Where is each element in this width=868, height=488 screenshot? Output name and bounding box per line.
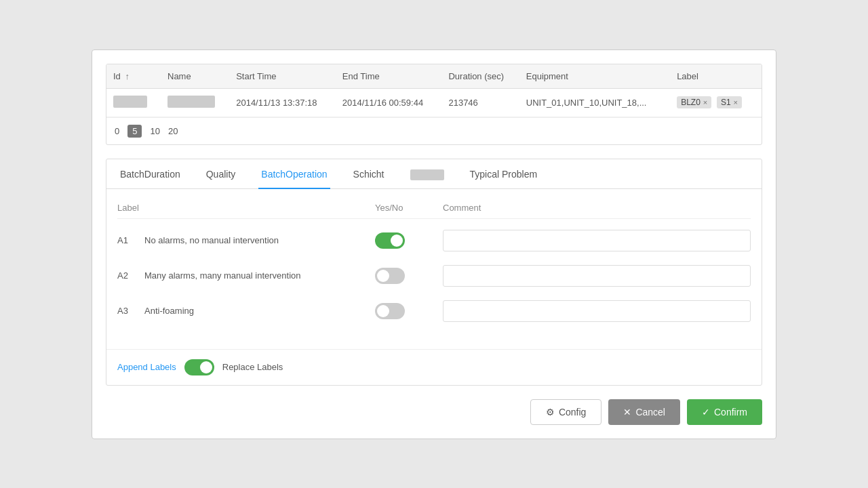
tab-quality[interactable]: Quality — [203, 159, 239, 189]
content-row-a2: A2 Many alarms, many manual intervention — [117, 265, 751, 287]
cell-end-time: 2014/11/16 00:59:44 — [336, 88, 442, 117]
row-a1-toggle[interactable] — [375, 232, 443, 249]
col-header-label[interactable]: Label — [670, 64, 762, 89]
page-option-10[interactable]: 10 — [150, 126, 159, 136]
header-label: Label — [117, 203, 375, 213]
cell-id — [106, 88, 161, 117]
row-a2-name: Many alarms, many manual intervention — [144, 270, 375, 281]
confirm-icon: ✓ — [702, 407, 710, 418]
toggle-a3-slider — [375, 303, 405, 319]
cell-duration: 213746 — [441, 88, 519, 117]
label-tag-s1: S1 × — [717, 96, 742, 108]
content-row-a3: A3 Anti-foaming — [117, 300, 751, 322]
row-a3-comment[interactable] — [443, 300, 751, 322]
append-labels-label: Append Labels — [117, 362, 176, 372]
tab-schicht[interactable]: Schicht — [351, 159, 387, 189]
sort-arrow-icon[interactable]: ↑ — [125, 71, 130, 81]
cell-equipment: UNIT_01,UNIT_10,UNIT_18,... — [519, 88, 670, 117]
toggle-a2-slider — [375, 268, 405, 284]
comment-a1-input[interactable] — [443, 230, 751, 251]
tab-blurred-icon — [410, 169, 444, 180]
row-a1-name: No alarms, no manual intervention — [144, 235, 375, 245]
content-row-a1: A1 No alarms, no manual intervention — [117, 230, 751, 251]
row-a3-toggle[interactable] — [375, 303, 443, 319]
table-section: Id ↑ Name Start Time End Time Duration (… — [106, 64, 762, 145]
col-equipment-label: Equipment — [526, 71, 568, 81]
append-toggle[interactable] — [184, 359, 214, 375]
config-icon: ⚙ — [546, 407, 555, 418]
page-option-0[interactable]: 0 — [115, 126, 119, 136]
toggle-a3[interactable] — [375, 303, 405, 319]
col-header-end-time[interactable]: End Time — [336, 64, 442, 89]
page-option-5[interactable]: 5 — [127, 125, 142, 138]
col-name-label: Name — [167, 71, 191, 81]
id-blurred — [113, 96, 147, 108]
row-a2-id: A2 — [117, 270, 144, 281]
data-table: Id ↑ Name Start Time End Time Duration (… — [106, 64, 762, 117]
tab-blurred[interactable] — [408, 159, 447, 189]
label-tag-s1-text: S1 — [721, 98, 731, 107]
remove-blz0-button[interactable]: × — [703, 98, 707, 106]
tab-batchduration[interactable]: BatchDuration — [117, 159, 183, 189]
toggle-a2[interactable] — [375, 268, 405, 284]
tab-batchoperation[interactable]: BatchOperation — [258, 159, 330, 189]
comment-a3-input[interactable] — [443, 300, 751, 322]
label-tag-blz0-text: BLZ0 — [681, 98, 701, 107]
header-yesno: Yes/No — [375, 203, 443, 213]
confirm-label: Confirm — [714, 407, 747, 418]
remove-s1-button[interactable]: × — [734, 98, 738, 106]
col-header-start-time[interactable]: Start Time — [229, 64, 336, 89]
col-endtime-label: End Time — [342, 71, 380, 81]
footer-buttons: ⚙ Config ✕ Cancel ✓ Confirm — [106, 399, 762, 425]
cancel-button[interactable]: ✕ Cancel — [608, 399, 680, 425]
col-header-id[interactable]: Id ↑ — [106, 64, 161, 89]
page-option-20[interactable]: 20 — [168, 126, 178, 136]
name-blurred — [167, 96, 215, 108]
row-a3-name: Anti-foaming — [144, 306, 375, 316]
col-header-name[interactable]: Name — [161, 64, 229, 89]
col-starttime-label: Start Time — [236, 71, 276, 81]
row-a2-comment[interactable] — [443, 265, 751, 287]
tab-typical-problem[interactable]: Typical Problem — [467, 159, 540, 189]
row-a3-id: A3 — [117, 306, 144, 316]
label-tag-blz0: BLZ0 × — [677, 96, 711, 108]
tabs-header: BatchDuration Quality BatchOperation Sch… — [106, 159, 762, 189]
config-label: Config — [559, 407, 586, 418]
confirm-button[interactable]: ✓ Confirm — [687, 399, 762, 425]
col-header-duration[interactable]: Duration (sec) — [441, 64, 519, 89]
tabs-section: BatchDuration Quality BatchOperation Sch… — [106, 159, 762, 386]
col-header-equipment[interactable]: Equipment — [519, 64, 670, 89]
cell-labels: BLZ0 × S1 × — [670, 88, 762, 117]
replace-labels-label: Replace Labels — [222, 362, 283, 372]
content-header: Label Yes/No Comment — [117, 203, 751, 219]
cancel-label: Cancel — [635, 407, 665, 418]
toggle-a1[interactable] — [375, 232, 405, 249]
main-card: Id ↑ Name Start Time End Time Duration (… — [92, 49, 776, 439]
pagination: 0 5 10 20 — [106, 117, 762, 144]
cell-name — [161, 88, 229, 117]
col-id-label: Id — [113, 71, 121, 81]
comment-a2-input[interactable] — [443, 265, 751, 287]
append-toggle-slider — [184, 359, 214, 375]
col-duration-label: Duration (sec) — [448, 71, 504, 81]
append-section: Append Labels Replace Labels — [106, 349, 762, 385]
config-button[interactable]: ⚙ Config — [530, 399, 601, 425]
tabs-content: Label Yes/No Comment A1 No alarms, no ma… — [106, 189, 762, 349]
cancel-icon: ✕ — [623, 407, 631, 418]
cell-start-time: 2014/11/13 13:37:18 — [229, 88, 336, 117]
row-a1-comment[interactable] — [443, 230, 751, 251]
table-row: 2014/11/13 13:37:18 2014/11/16 00:59:44 … — [106, 88, 762, 117]
row-a1-id: A1 — [117, 235, 144, 245]
col-label-label: Label — [677, 71, 698, 81]
header-comment: Comment — [443, 203, 751, 213]
row-a2-toggle[interactable] — [375, 268, 443, 284]
toggle-a1-slider — [375, 232, 405, 249]
